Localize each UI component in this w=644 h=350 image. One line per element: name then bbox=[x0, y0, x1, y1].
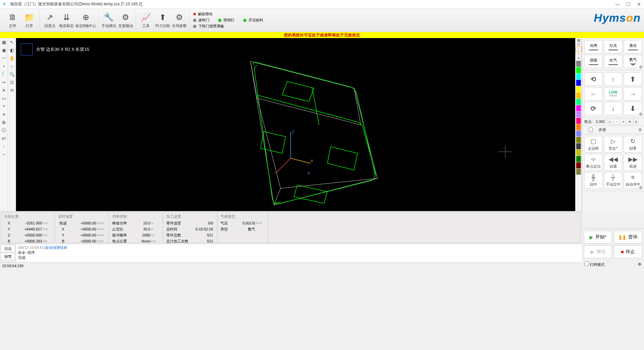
color-swatch[interactable] bbox=[576, 169, 581, 175]
log-content[interactable]: (08/12 15:59:41)自动润滑结束 命令: 排序 完成 bbox=[16, 244, 582, 262]
waste-toggle[interactable]: 废料门 bbox=[198, 18, 209, 23]
left-button[interactable]: ← bbox=[584, 87, 603, 101]
breakpoint-button[interactable]: ⊹断点定位 bbox=[584, 154, 603, 171]
manual-center-button[interactable]: ┼手动定中 bbox=[604, 172, 622, 189]
step-checkbox[interactable] bbox=[584, 128, 598, 132]
right-button[interactable]: → bbox=[624, 87, 642, 101]
focus-input[interactable] bbox=[594, 119, 607, 124]
dot-icon[interactable]: • bbox=[0, 62, 7, 70]
light-toggle[interactable]: 照明灯 bbox=[223, 18, 234, 23]
redlight-button[interactable]: 红光 bbox=[604, 40, 622, 53]
color-swatch[interactable] bbox=[576, 86, 581, 92]
forward-button[interactable]: ▶▶前进 bbox=[624, 154, 642, 171]
global-button[interactable]: ⚙全局参数 bbox=[171, 10, 187, 30]
check-icon[interactable]: ✓ bbox=[576, 47, 582, 52]
color-swatch[interactable] bbox=[576, 93, 581, 99]
check2-icon[interactable]: ✓ bbox=[576, 52, 582, 56]
color-swatch[interactable] bbox=[576, 131, 581, 137]
sample-mode-toggle[interactable]: 打样模式 bbox=[585, 261, 605, 267]
color-swatch[interactable] bbox=[576, 112, 581, 118]
corner-icon[interactable]: ⌐ bbox=[0, 151, 7, 158]
dots-icon[interactable]: ⁝ bbox=[0, 143, 7, 150]
rotate-ccw-button[interactable]: ⟲ bbox=[584, 72, 603, 86]
redo-icon[interactable]: ↪ bbox=[0, 78, 7, 86]
pause-button[interactable]: ❚❚暂停 bbox=[614, 231, 642, 243]
pan-icon[interactable]: ✋ bbox=[8, 54, 15, 62]
gear-icon[interactable]: ⚙ bbox=[638, 262, 641, 267]
layer-icon[interactable]: ▦ bbox=[576, 38, 582, 42]
color-swatch[interactable] bbox=[576, 73, 581, 79]
compass-icon[interactable]: ⌖ bbox=[0, 103, 7, 110]
minus-button[interactable]: − bbox=[614, 119, 620, 124]
unload-toggle[interactable]: 下料门报警屏蔽 bbox=[198, 24, 224, 29]
continue-button[interactable]: ▶继续 bbox=[584, 245, 612, 258]
plus-button[interactable]: + bbox=[621, 119, 626, 124]
reset-button[interactable]: ⟲ bbox=[627, 119, 632, 124]
follow-button[interactable]: 跟随 bbox=[584, 55, 603, 68]
color-swatch[interactable] bbox=[576, 105, 581, 111]
head-up-button[interactable]: ⬆ bbox=[624, 72, 642, 86]
file-button[interactable]: 🗎文件 bbox=[5, 10, 21, 30]
cap-cal-button[interactable]: ⇊电容标定 bbox=[58, 10, 74, 30]
circle-icon[interactable]: ○ bbox=[8, 62, 15, 70]
frame-button[interactable]: ▢走边框 bbox=[584, 136, 603, 153]
color-swatch[interactable] bbox=[576, 80, 581, 86]
rect-icon[interactable]: ▭ bbox=[0, 95, 7, 102]
align-icon[interactable]: ⊞ bbox=[0, 119, 7, 126]
tab-log[interactable]: 日志 bbox=[1, 245, 15, 252]
x-layer-icon[interactable]: ✕ bbox=[576, 56, 582, 60]
color-swatch[interactable] bbox=[576, 61, 581, 67]
color-swatch[interactable] bbox=[576, 150, 581, 156]
layers-icon[interactable]: ≡ bbox=[0, 111, 7, 118]
autopick-toggle[interactable]: 开启捡料 bbox=[249, 18, 263, 23]
tab-alarm[interactable]: 报警 bbox=[1, 253, 15, 260]
up-button[interactable]: ↑ bbox=[604, 72, 622, 86]
color-swatch[interactable] bbox=[576, 143, 581, 149]
shutter-button[interactable]: 光闸 bbox=[584, 40, 603, 53]
back-button[interactable]: ◀◀回退 bbox=[604, 154, 622, 171]
grid-icon[interactable]: ▦ bbox=[0, 38, 7, 46]
stop-button[interactable]: ■停止 bbox=[614, 245, 642, 258]
tool-button[interactable]: 📈工具 bbox=[138, 10, 154, 30]
bracket-icon[interactable]: 〖 bbox=[0, 70, 7, 78]
zero-button[interactable]: ↻回零 bbox=[624, 136, 642, 153]
manual-button[interactable]: 🔧手动调试 bbox=[101, 10, 117, 30]
start-button[interactable]: ▶开始* bbox=[584, 231, 612, 243]
color-swatch[interactable] bbox=[576, 162, 581, 168]
color-swatch[interactable] bbox=[576, 67, 581, 73]
curve-icon[interactable]: 〰 bbox=[0, 54, 7, 62]
go-button[interactable]: ▷ bbox=[608, 119, 613, 124]
rotate-icon[interactable]: ⟲ bbox=[8, 86, 15, 94]
origin-button[interactable]: ↗回原点 bbox=[42, 10, 58, 30]
gear-icon[interactable]: ⚙ bbox=[639, 65, 643, 69]
rotate-cw-button[interactable]: ⟳ bbox=[584, 102, 603, 115]
info-icon[interactable]: ⓘ bbox=[0, 127, 7, 134]
hv-icon[interactable]: H bbox=[576, 42, 582, 47]
color-swatch[interactable] bbox=[576, 137, 581, 143]
cross-icon[interactable]: ✕ bbox=[0, 86, 7, 94]
viewport-3d[interactable]: 方管 边长30 X R2 X 长度15 bbox=[16, 38, 575, 211]
select-icon[interactable]: ◧ bbox=[8, 46, 15, 54]
dryrun-button[interactable]: ▷空走* bbox=[604, 136, 622, 153]
center-button[interactable]: ╫回中 bbox=[584, 172, 603, 189]
color-swatch[interactable] bbox=[576, 118, 581, 124]
mark-button[interactable]: ⊙ bbox=[633, 119, 639, 124]
down-button[interactable]: ↓ bbox=[604, 102, 622, 115]
color-swatch[interactable] bbox=[576, 99, 581, 105]
gear-icon[interactable]: ⚙ bbox=[638, 128, 642, 132]
fit-icon[interactable]: ⊡ bbox=[8, 78, 15, 86]
zoom-icon[interactable]: 🔍 bbox=[8, 70, 15, 78]
color-swatch[interactable] bbox=[576, 124, 581, 130]
pointer-icon[interactable]: ↖ bbox=[8, 38, 15, 46]
maximize-button[interactable]: ☐ bbox=[626, 2, 631, 7]
blow-button[interactable]: 吹气 bbox=[604, 55, 622, 68]
minimize-button[interactable]: — bbox=[615, 2, 620, 7]
plc-button[interactable]: ⬆PLC过程 bbox=[155, 10, 171, 30]
color-swatch[interactable] bbox=[576, 156, 581, 162]
alarm-button[interactable]: 解除警铃 bbox=[198, 12, 213, 17]
b-axis-cal-button[interactable]: ⊕标定B轴中心 bbox=[75, 10, 97, 30]
sample-checkbox[interactable] bbox=[585, 261, 589, 266]
tag-icon[interactable]: 🏷 bbox=[0, 135, 7, 142]
close-button[interactable]: ✕ bbox=[637, 2, 641, 7]
gear-icon[interactable]: ⚙ bbox=[639, 185, 643, 190]
